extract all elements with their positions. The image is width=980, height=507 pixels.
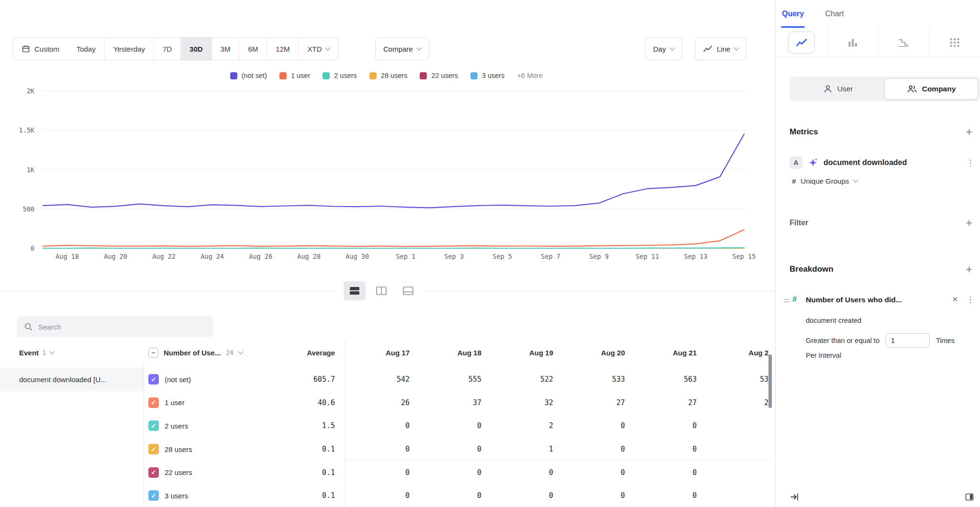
table-row[interactable]: ✓28 users0.100100 — [0, 438, 776, 461]
value-cell: 0 — [410, 468, 481, 477]
table-scrollbar[interactable] — [768, 354, 772, 408]
checkbox-checked-icon[interactable]: ✓ — [148, 444, 159, 454]
company-toggle-option[interactable]: Company — [884, 78, 978, 99]
checkbox-checked-icon[interactable]: ✓ — [148, 397, 159, 408]
chart-type-select[interactable]: Line — [695, 37, 746, 60]
compare-button[interactable]: Compare — [375, 37, 429, 60]
remove-breakdown-button[interactable]: ✕ — [952, 295, 958, 304]
filter-section-header: Filter + — [790, 214, 972, 231]
svg-text:Sep 1: Sep 1 — [396, 253, 415, 260]
group-label: (not set) — [165, 375, 191, 384]
chevron-down-icon — [238, 349, 243, 354]
group-label: 22 users — [165, 468, 192, 476]
svg-text:Aug 20: Aug 20 — [104, 253, 127, 260]
breakdown-card-title[interactable]: Number of Users who did... — [806, 296, 949, 304]
tab-query[interactable]: Query — [781, 0, 805, 28]
group-cell: ✓22 users — [148, 461, 192, 484]
split-vertical-icon — [375, 286, 388, 296]
drag-handle-icon[interactable] — [784, 299, 789, 300]
line-chart[interactable]: 05001K1.5K2KAug 18Aug 20Aug 22Aug 24Aug … — [0, 72, 773, 263]
add-filter-button[interactable]: + — [966, 218, 972, 229]
date-column-header: Aug 19 — [481, 349, 553, 357]
group-label: 1 user — [165, 398, 185, 407]
svg-text:Sep 15: Sep 15 — [733, 253, 756, 260]
value-cell: 0 — [338, 421, 410, 430]
range-7d-button[interactable]: 7D — [154, 38, 180, 60]
checkbox-checked-icon[interactable]: ✓ — [148, 490, 159, 501]
panel-tabs: Query Chart — [776, 0, 980, 28]
layout-split-horizontal-button[interactable] — [344, 281, 366, 300]
group-column-header[interactable]: − Number of Use... 24 — [148, 342, 243, 364]
value-cell: 0 — [625, 445, 697, 453]
metric-options-icon[interactable]: ⋮ — [966, 158, 974, 168]
chart-type-bar-button[interactable] — [827, 28, 878, 57]
svg-text:Sep 3: Sep 3 — [444, 253, 464, 260]
toggle-sidebar-button[interactable] — [965, 492, 974, 502]
layout-bottom-panel-button[interactable] — [397, 281, 419, 300]
tab-chart[interactable]: Chart — [824, 0, 845, 28]
breakdown-card: # Number of Users who did... ✕ ⋮ documen… — [776, 290, 980, 366]
svg-text:1.5K: 1.5K — [19, 126, 34, 134]
custom-range-button[interactable]: Custom — [13, 38, 68, 60]
chart-type-more-button[interactable] — [929, 28, 980, 57]
user-toggle-option[interactable]: User — [791, 78, 884, 99]
value-cell: 53 — [697, 375, 768, 384]
add-breakdown-button[interactable]: + — [966, 264, 972, 275]
metrics-title: Metrics — [790, 127, 818, 137]
times-label: Times — [936, 337, 955, 344]
add-metric-button[interactable]: + — [966, 127, 972, 138]
value-cell: 32 — [481, 398, 553, 407]
checkbox-checked-icon[interactable]: ✓ — [148, 420, 159, 431]
range-3m-button[interactable]: 3M — [212, 38, 239, 60]
interval-select[interactable]: Day — [645, 37, 682, 60]
range-12m-button[interactable]: 12M — [267, 38, 298, 60]
user-icon — [823, 84, 833, 94]
search-input[interactable] — [38, 323, 206, 331]
select-all-checkbox[interactable]: − — [148, 348, 158, 358]
table-row[interactable]: ✓1 user40.626373227272 — [0, 391, 776, 415]
query-panel: Query Chart — [776, 0, 980, 507]
selected-chart-chip — [788, 32, 815, 54]
range-yesterday-button[interactable]: Yesterday — [104, 38, 154, 60]
value-cell: 0 — [410, 491, 481, 500]
range-6m-button[interactable]: 6M — [239, 38, 267, 60]
metric-name[interactable]: document downloaded — [824, 158, 960, 167]
range-30d-button[interactable]: 30D — [180, 38, 212, 60]
user-company-toggle: User Company — [790, 77, 980, 101]
table-row[interactable]: ✓2 users1.500200 — [0, 414, 776, 438]
table-row[interactable]: ✓(not set)605.754255552253356353 — [0, 368, 776, 391]
date-column-header: Aug 21 — [625, 349, 697, 357]
layout-split-vertical-button[interactable] — [370, 281, 392, 300]
value-cell: 0 — [553, 445, 625, 453]
range-xtd-button[interactable]: XTD — [298, 38, 338, 60]
layout-toggle-group — [338, 280, 425, 301]
date-column-header: Aug 2 — [697, 349, 768, 357]
checkbox-checked-icon[interactable]: ✓ — [148, 374, 159, 385]
chart-type-funnel-button[interactable] — [878, 28, 929, 57]
svg-text:Sep 5: Sep 5 — [493, 253, 512, 260]
checkbox-checked-icon[interactable]: ✓ — [148, 467, 159, 478]
event-column-header[interactable]: Event 1 — [19, 342, 54, 364]
value-cell: 563 — [625, 375, 697, 384]
collapse-panel-button[interactable] — [790, 492, 799, 502]
average-column-header: Average — [258, 342, 335, 364]
svg-text:Aug 22: Aug 22 — [152, 253, 176, 260]
chart-type-line-button[interactable] — [776, 28, 827, 57]
table-row[interactable]: ✓22 users0.100000 — [0, 461, 776, 484]
breakdown-options-icon[interactable]: ⋮ — [966, 295, 974, 305]
property-hash-icon: # — [792, 295, 797, 304]
condition-operator[interactable]: Greater than or equal to — [806, 337, 880, 344]
metric-row[interactable]: A document downloaded ⋮ — [790, 154, 974, 171]
per-interval-option[interactable]: Per Interval — [806, 352, 841, 359]
value-cell: 0 — [410, 445, 481, 453]
value-cell: 542 — [338, 375, 410, 384]
value-cell: 533 — [553, 375, 625, 384]
table-row[interactable]: ✓3 users0.100000 — [0, 484, 776, 507]
aggregation-select[interactable]: # Unique Groups — [792, 174, 858, 187]
chevron-down-icon — [669, 45, 675, 50]
breakdown-event-name[interactable]: document created — [806, 317, 861, 324]
breakdown-value-input[interactable] — [886, 333, 930, 348]
value-cell: 26 — [338, 398, 410, 407]
compare-label: Compare — [383, 45, 413, 53]
range-today-button[interactable]: Today — [68, 38, 104, 60]
